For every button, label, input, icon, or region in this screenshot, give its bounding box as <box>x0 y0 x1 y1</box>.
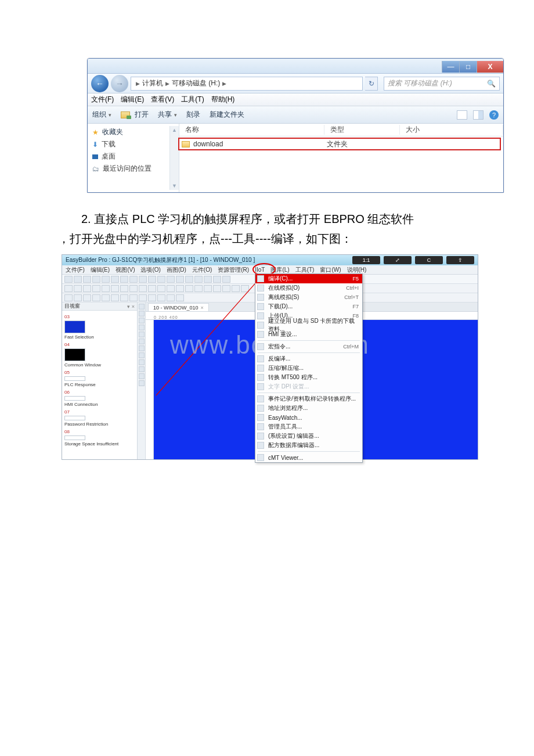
toolbar-icon[interactable] <box>176 294 184 301</box>
toolbar-icon[interactable] <box>167 294 175 301</box>
toolbar-icon[interactable] <box>111 276 119 283</box>
toolbar-icon[interactable] <box>213 285 221 292</box>
sidebar-recent[interactable]: 🗂最近访问的位置 <box>88 163 169 175</box>
toolbar-icon[interactable] <box>139 318 145 323</box>
eb-menu-tools[interactable]: 工具(T) <box>295 266 315 274</box>
toolbar-icon[interactable] <box>139 339 145 344</box>
toolbar-icon[interactable] <box>213 276 221 283</box>
toolbar-icon[interactable] <box>194 285 203 292</box>
toolbar-burn[interactable]: 刻录 <box>186 110 200 120</box>
eb-menu-help[interactable]: 说明(H) <box>347 266 367 274</box>
breadcrumb-segment[interactable]: 可移动磁盘 (H:) <box>172 78 220 88</box>
menu-item[interactable]: 事件记录/资料取样记录转换程序... <box>255 394 362 404</box>
toolbar-icon[interactable] <box>92 294 100 301</box>
sidebar-downloads[interactable]: ⬇下载 <box>88 138 169 150</box>
eb-zoom-1to1-button[interactable]: 1:1 <box>352 256 380 264</box>
toolbar-icon[interactable] <box>204 276 212 283</box>
refresh-button[interactable]: ↻ <box>365 77 378 91</box>
toolbar-icon[interactable] <box>185 276 193 283</box>
toolbar-icon[interactable] <box>139 345 145 351</box>
eb-refresh-button[interactable]: C <box>415 256 443 264</box>
toolbar-icon[interactable] <box>204 285 212 292</box>
toolbar-icon[interactable] <box>92 285 100 292</box>
toolbar-icon[interactable] <box>129 294 138 301</box>
menu-item[interactable]: 编译(C)...F5 <box>255 274 362 283</box>
toolbar-icon[interactable] <box>157 294 165 301</box>
toolbar-icon[interactable] <box>139 380 145 386</box>
menu-item[interactable]: 地址浏览程序... <box>255 404 362 413</box>
column-type[interactable]: 类型 <box>324 125 400 135</box>
toolbar-icon[interactable] <box>83 285 91 292</box>
toolbar-icon[interactable] <box>139 325 145 330</box>
toolbar-icon[interactable] <box>102 285 110 292</box>
menu-item[interactable]: 压缩/解压缩... <box>255 363 362 373</box>
close-button[interactable]: X <box>477 61 503 73</box>
nav-forward-button[interactable]: → <box>111 75 128 92</box>
toolbar-icon[interactable] <box>139 294 147 301</box>
sidebar-desktop[interactable]: 桌面 <box>88 150 169 163</box>
toolbar-icon[interactable] <box>139 304 145 309</box>
toolbar-icon[interactable] <box>194 276 203 283</box>
menu-item[interactable]: HMI 重设... <box>255 330 362 339</box>
toolbar-icon[interactable] <box>111 294 119 301</box>
menu-edit[interactable]: 编辑(E) <box>121 95 144 105</box>
eb-fullscreen-button[interactable]: ⤢ <box>384 256 412 264</box>
menu-item[interactable]: 反编译... <box>255 354 362 363</box>
toolbar-icon[interactable] <box>157 285 165 292</box>
eb-menu-file[interactable]: 文件(F) <box>66 266 85 274</box>
toolbar-icon[interactable] <box>176 276 184 283</box>
breadcrumb-segment[interactable]: 计算机 <box>142 78 163 88</box>
toolbar-icon[interactable] <box>74 276 82 283</box>
eb-menu-resource[interactable]: 资源管理(R) <box>218 266 249 274</box>
menu-item[interactable]: 配方数据库编辑器... <box>255 441 362 450</box>
file-row-download[interactable]: download 文件夹 <box>178 138 501 150</box>
toolbar-icon[interactable] <box>129 276 138 283</box>
toolbar-icon[interactable] <box>139 285 147 292</box>
eb-menu-object[interactable]: 元件(O) <box>192 266 212 274</box>
toolbar-icon[interactable] <box>64 285 73 292</box>
menu-tools[interactable]: 工具(T) <box>181 95 204 105</box>
toolbar-icon[interactable] <box>74 294 82 301</box>
window-thumbnail[interactable] <box>64 435 85 440</box>
toolbar-open[interactable]: 打开 <box>121 110 149 120</box>
eb-window-list[interactable]: 03Fast Selection04Common Window05PLC Res… <box>62 311 137 459</box>
sidebar-favorites[interactable]: ★收藏夹 <box>88 126 169 138</box>
toolbar-icon[interactable] <box>83 294 91 301</box>
eb-menu-iiot[interactable]: IIoT <box>255 267 265 273</box>
menu-help[interactable]: 帮助(H) <box>211 95 235 105</box>
search-input[interactable]: 搜索 可移动磁盘 (H:) 🔍 <box>384 77 500 91</box>
menu-item[interactable]: 管理员工具... <box>255 422 362 431</box>
toolbar-icon[interactable] <box>148 294 156 301</box>
window-thumbnail[interactable] <box>64 396 85 401</box>
eb-menu-edit[interactable]: 编辑(E) <box>91 266 110 274</box>
help-button[interactable]: ? <box>489 110 499 120</box>
menu-file[interactable]: 文件(F) <box>91 95 114 105</box>
window-thumbnail[interactable] <box>64 321 85 333</box>
eb-menu-option[interactable]: 选项(O) <box>140 266 160 274</box>
toolbar-icon[interactable] <box>111 285 119 292</box>
toolbar-icon[interactable] <box>148 276 156 283</box>
toolbar-icon[interactable] <box>157 276 165 283</box>
toolbar-icon[interactable] <box>222 285 230 292</box>
column-size[interactable]: 大小 <box>400 125 503 135</box>
toolbar-icon[interactable] <box>222 276 230 283</box>
toolbar-icon[interactable] <box>129 285 138 292</box>
preview-pane-button[interactable] <box>473 110 484 120</box>
toolbar-icon[interactable] <box>139 311 145 316</box>
menu-item[interactable]: 下载(D)...F7 <box>255 302 362 311</box>
column-name[interactable]: 名称 <box>179 125 324 135</box>
toolbar-organize[interactable]: 组织 <box>92 110 111 120</box>
menu-item[interactable]: 宏指令...Ctrl+M <box>255 342 362 351</box>
toolbar-icon[interactable] <box>64 276 73 283</box>
toolbar-newfolder[interactable]: 新建文件夹 <box>210 110 244 120</box>
menu-view[interactable]: 查看(V) <box>151 95 174 105</box>
view-mode-button[interactable] <box>457 110 467 120</box>
window-thumbnail[interactable] <box>64 376 85 381</box>
toolbar-icon[interactable] <box>120 276 128 283</box>
toolbar-icon[interactable] <box>139 366 145 372</box>
toolbar-icon[interactable] <box>83 276 91 283</box>
toolbar-icon[interactable] <box>102 294 110 301</box>
toolbar-icon[interactable] <box>148 285 156 292</box>
toolbar-icon[interactable] <box>64 294 73 301</box>
eb-menu-window[interactable]: 窗口(W) <box>320 266 341 274</box>
